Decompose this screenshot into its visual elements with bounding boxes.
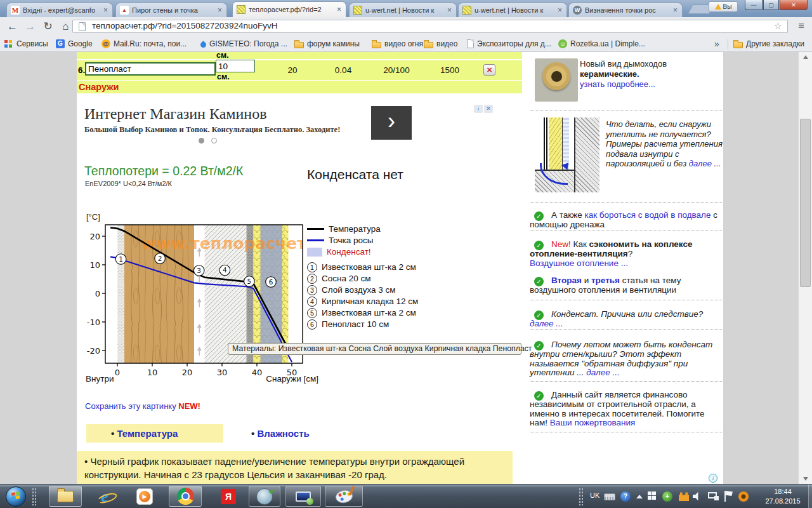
dot-inactive[interactable] xyxy=(211,138,217,144)
taskbar-paint-button[interactable] xyxy=(325,486,363,507)
save-link-text[interactable]: Сохранить эту картинку xyxy=(85,401,176,411)
forward-icon[interactable]: → xyxy=(22,18,39,34)
dot-active[interactable] xyxy=(199,138,204,144)
ad-close-icon[interactable]: ✕ xyxy=(484,105,493,113)
window-maximize-button[interactable]: ▢ xyxy=(763,0,779,10)
antivirus-icon[interactable]: + xyxy=(662,491,672,502)
tab-gmail[interactable]: M Вхідні - expert@scanfo × xyxy=(6,3,113,17)
ad-subtitle[interactable]: Большой Выбор Каминов и Топок. Консульта… xyxy=(84,125,340,135)
taskbar-explorer-button[interactable] xyxy=(49,486,82,507)
ad-next-arrow-button[interactable]: › xyxy=(371,106,412,140)
bookmark-services[interactable]: Сервисы xyxy=(4,38,48,50)
address-bar[interactable]: теплорасчет.рф/?rid=20150827203924nuoFyv… xyxy=(72,20,788,33)
page-icon xyxy=(467,39,474,48)
tab-close-icon[interactable]: × xyxy=(103,6,108,14)
bookmark-google[interactable]: G Google xyxy=(56,38,93,50)
tab-humidity[interactable]: • Влажность xyxy=(251,428,310,439)
basement-diagram-image[interactable] xyxy=(535,117,599,192)
keyboard-layout-icon[interactable] xyxy=(604,493,615,500)
bookmark-expozitory[interactable]: Экспозиторы для д... xyxy=(467,38,551,50)
chimney-ad-link[interactable]: узнать подробнее... xyxy=(580,79,655,89)
material-name-input[interactable] xyxy=(85,62,216,76)
item-link[interactable]: третья xyxy=(591,276,620,285)
scrollbar-thumb[interactable] xyxy=(800,119,811,287)
item-link[interactable]: как бороться с водой в подвале xyxy=(585,210,711,220)
donations-link[interactable]: Ваши пожертвования xyxy=(550,418,636,427)
wall-temperature-chart[interactable]: www.теплорасчет.рф20100-10-2001020304050… xyxy=(84,212,325,384)
start-button[interactable] xyxy=(4,486,28,507)
more-link[interactable]: далее ... xyxy=(689,159,721,168)
show-desktop-button[interactable] xyxy=(808,485,812,508)
language-indicator[interactable]: UK xyxy=(590,491,599,499)
network-icon[interactable] xyxy=(708,492,717,498)
tab-close-icon[interactable]: × xyxy=(217,6,223,14)
bookmark-gismeteo[interactable]: GISMETEO: Погода ... xyxy=(200,38,287,50)
scroll-down-button[interactable] xyxy=(799,474,812,484)
more-link[interactable]: далее ... xyxy=(530,319,563,328)
browser-warning-button[interactable]: Вы xyxy=(709,1,738,12)
window-close-button[interactable]: ✕ xyxy=(780,0,808,10)
svg-text:0: 0 xyxy=(115,368,120,377)
tab-teploraschet-active[interactable]: теплорасчет.рф/?rid=2 × xyxy=(232,1,346,17)
home-icon[interactable]: ⌂ xyxy=(57,18,74,34)
scroll-up-button[interactable] xyxy=(799,52,812,62)
taskbar-network-app-button[interactable] xyxy=(249,486,280,507)
speaker-icon[interactable] xyxy=(693,491,701,501)
item-link[interactable]: Воздушное отопление ... xyxy=(530,259,628,269)
reload-icon[interactable]: ↻ xyxy=(39,18,56,34)
tab-close-icon[interactable]: × xyxy=(447,6,452,14)
save-image-link[interactable]: Сохранить эту картинку NEW! xyxy=(85,401,200,411)
updater-icon[interactable] xyxy=(738,491,749,502)
ad-title[interactable]: Интернет Магазин Каминов xyxy=(84,105,267,123)
item-link[interactable]: Вторая xyxy=(551,276,582,285)
chrome-menu-icon[interactable]: ≡ xyxy=(793,20,809,33)
bookmark-star-icon[interactable]: ☆ xyxy=(774,20,782,32)
bookmarks-overflow-chevron[interactable]: » xyxy=(714,38,719,50)
taskbar-yandex-button[interactable]: Я xyxy=(216,486,241,507)
url-text[interactable]: теплорасчет.рф/?rid=20150827203924nuoFyv… xyxy=(92,21,277,30)
back-icon[interactable]: ← xyxy=(4,18,21,34)
delete-row-button[interactable]: ✕ xyxy=(483,64,495,76)
wall-line xyxy=(544,117,545,170)
tab-uwert-1[interactable]: u-wert.net | Новости к × xyxy=(349,3,457,17)
tab-close-icon[interactable]: × xyxy=(336,6,342,13)
tab-forum[interactable]: ▲ Пирог стены и точка × xyxy=(115,3,227,17)
fortress-security-icon[interactable] xyxy=(679,491,689,501)
ad-info-icon[interactable]: i xyxy=(709,474,717,483)
taskbar-mediaplayer-button[interactable]: ▶ xyxy=(132,486,157,507)
help-icon[interactable]: ? xyxy=(620,491,631,502)
bookmark-mailru[interactable]: @ Mail.Ru: почта, пои... xyxy=(102,38,187,50)
other-bookmarks-button[interactable]: Другие закладки xyxy=(733,38,804,50)
bookmark-folder-video-ognya[interactable]: видео огня xyxy=(372,38,423,50)
show-hidden-icons-chevron[interactable] xyxy=(636,495,643,498)
ad-info-icon[interactable]: i xyxy=(474,105,483,113)
more-link[interactable]: далее ... xyxy=(586,368,619,377)
thickness-input[interactable] xyxy=(216,60,255,72)
action-center-flag-icon[interactable] xyxy=(724,491,726,502)
folder-icon xyxy=(372,42,381,48)
tab-close-icon[interactable]: × xyxy=(557,6,563,14)
tab-wordpress[interactable]: W Визначення точки рос × xyxy=(568,3,683,17)
legend-layer-1: 1 Известковая шт-ка 2 см xyxy=(307,262,416,272)
windows-update-flag-icon[interactable] xyxy=(648,491,657,501)
ad-carousel-dots[interactable] xyxy=(199,135,224,146)
ad-choices[interactable]: i ✕ xyxy=(474,105,493,113)
paint-palette-icon xyxy=(334,488,353,504)
tab-uwert-2[interactable]: u-wert.net | Новости к × xyxy=(458,3,567,17)
bookmark-folder-video[interactable]: видео xyxy=(424,38,457,50)
bookmark-rozetka[interactable]: ☺ Rozetka.ua | Dimple... xyxy=(558,38,645,50)
bookmark-folder-kaminy[interactable]: форум камины xyxy=(294,38,360,50)
taskbar-chrome-button[interactable] xyxy=(169,486,202,507)
windows-taskbar: e ▶ Я UK ? + 18:44 27.08.2015 xyxy=(0,484,812,508)
taskbar-remote-desktop-button[interactable] xyxy=(285,486,321,507)
tab-close-icon[interactable]: × xyxy=(672,6,678,14)
svg-text:20: 20 xyxy=(89,232,100,241)
tab-temperature[interactable]: • Температура xyxy=(86,424,223,443)
item-text: Как xyxy=(571,239,589,249)
chimney-ad-image[interactable] xyxy=(535,58,578,102)
window-minimize-button[interactable]: — xyxy=(745,0,763,10)
taskbar-ie-button[interactable]: e xyxy=(92,486,117,507)
page-scrollbar[interactable] xyxy=(798,52,812,484)
item-text: Почему летом может быть конденсат внутри… xyxy=(530,340,712,377)
taskbar-clock[interactable]: 18:44 27.08.2015 xyxy=(760,487,806,506)
